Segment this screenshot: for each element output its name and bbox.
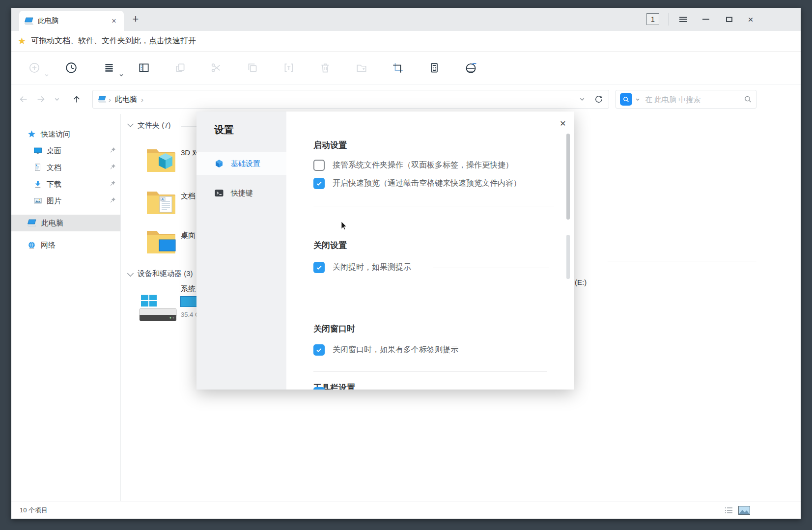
folder-item-3d-objects[interactable] <box>146 146 176 175</box>
file-label[interactable]: 文档 <box>181 192 196 201</box>
svg-text:A: A <box>161 197 164 201</box>
checkbox-row-multi-tab-prompt[interactable]: 关闭窗口时，如果有多个标签则提示 <box>313 344 458 356</box>
search-input[interactable] <box>644 95 744 104</box>
pin-icon[interactable] <box>110 163 116 172</box>
sidebar-item-network[interactable]: 网络 <box>11 238 120 252</box>
tab-this-pc[interactable]: 此电脑 × <box>19 11 124 31</box>
dialog-scrollbar-thumb[interactable] <box>566 134 570 220</box>
thumbnail-view-button[interactable] <box>738 506 750 517</box>
settings-menu-label: 快捷键 <box>231 189 253 198</box>
sidebar-item-label: 下载 <box>47 180 61 189</box>
breadcrumb-separator: › <box>141 95 143 104</box>
copy-button[interactable] <box>170 58 190 78</box>
checkbox-row-takeover[interactable]: 接管系统文件夹操作（双面板多标签，操作更快捷） <box>313 160 513 171</box>
this-pc-icon <box>27 219 37 227</box>
collapse-chevron-icon[interactable] <box>128 122 133 126</box>
pin-icon[interactable] <box>110 180 116 189</box>
screenshot-crop-button[interactable] <box>388 58 408 78</box>
checkbox-label: 接管系统文件夹操作（双面板多标签，操作更快捷） <box>333 160 513 170</box>
copy-icon <box>174 61 187 74</box>
maximize-button[interactable] <box>722 12 736 26</box>
pin-icon[interactable] <box>110 196 116 205</box>
tab-bar: 此电脑 × + 1 × <box>11 8 801 31</box>
checkbox-checked[interactable] <box>313 344 325 356</box>
checkbox-checked[interactable] <box>313 262 325 273</box>
new-tab-button[interactable]: + <box>129 13 142 26</box>
minimize-button[interactable] <box>699 12 713 26</box>
rename-icon <box>282 61 295 74</box>
sidebar-item-downloads[interactable]: 下载 <box>11 177 120 192</box>
file-label[interactable]: 桌面 <box>181 231 196 240</box>
sidebar-item-quick-access[interactable]: 快速访问 <box>11 127 120 141</box>
checkbox-checked[interactable] <box>313 178 325 189</box>
paste-button[interactable] <box>243 58 262 78</box>
dialog-close-button[interactable]: × <box>556 116 570 130</box>
browser-button[interactable] <box>461 58 480 78</box>
folder-item-desktop[interactable] <box>146 227 176 257</box>
checkbox-row-close-prompt[interactable]: 关闭提时，如果测提示 <box>313 262 411 273</box>
up-button[interactable] <box>70 92 84 106</box>
rename-button[interactable] <box>279 58 299 78</box>
breadcrumb[interactable]: 此电脑 <box>115 95 137 104</box>
calculator-button[interactable] <box>424 58 444 78</box>
menu-button[interactable] <box>676 12 691 26</box>
history-dropdown-button[interactable] <box>50 92 64 106</box>
section-divider <box>313 206 554 206</box>
address-dropdown-icon[interactable] <box>579 96 585 102</box>
cut-button[interactable] <box>206 58 226 78</box>
search-engine-badge[interactable] <box>620 93 632 106</box>
folder-item-documents[interactable]: A <box>146 188 176 218</box>
checkbox-unchecked[interactable] <box>313 160 325 171</box>
group-header-folders[interactable]: 文件夹 (7) <box>138 121 171 130</box>
dialog-scrollbar-thumb-2[interactable] <box>566 235 570 279</box>
search-dropdown-icon[interactable] <box>635 97 640 102</box>
arrow-right-icon <box>35 94 46 105</box>
tab-close-icon[interactable]: × <box>109 17 119 26</box>
collapse-chevron-icon[interactable] <box>128 271 133 276</box>
pin-icon[interactable] <box>110 146 116 155</box>
search-box[interactable] <box>616 90 756 109</box>
view-list-button[interactable] <box>99 58 119 78</box>
status-bar: 10 个项目 <box>11 501 801 519</box>
delete-button[interactable] <box>315 58 335 78</box>
recent-history-button[interactable] <box>61 58 81 78</box>
window-count-badge[interactable]: 1 <box>646 13 659 25</box>
sidebar-item-label: 此电脑 <box>41 219 63 228</box>
magnifier-icon[interactable] <box>744 95 752 104</box>
back-button[interactable] <box>17 92 30 106</box>
refresh-icon[interactable] <box>594 94 604 104</box>
sidebar-item-desktop[interactable]: 桌面 <box>11 143 120 158</box>
paste-icon <box>246 61 259 74</box>
dual-panel-button[interactable] <box>134 58 154 78</box>
quick-access-star-icon <box>27 130 36 139</box>
arrow-left-icon <box>18 94 29 105</box>
settings-menu-label: 基础设置 <box>231 159 260 168</box>
sidebar-item-pictures[interactable]: 图片 <box>11 194 120 208</box>
drive-item-system-c[interactable] <box>139 294 178 323</box>
list-icon <box>103 61 115 74</box>
new-item-button[interactable] <box>25 58 44 78</box>
sidebar-item-label: 文档 <box>47 163 61 172</box>
list-view-icon <box>725 506 733 514</box>
folder-documents-icon: A <box>146 188 176 216</box>
partial-drive-label[interactable]: (E:) <box>575 278 587 286</box>
checkbox-row-quick-preview[interactable]: 开启快速预览（通过敲击空格键来快速预览文件内容） <box>313 178 521 189</box>
settings-menu-hotkeys[interactable]: 快捷键 <box>196 182 286 204</box>
star-icon: ★ <box>18 35 26 47</box>
address-box[interactable]: › 此电脑 › <box>92 90 609 109</box>
settings-menu-basic[interactable]: 基础设置 <box>196 152 286 175</box>
quick-launch-text: 可拖动文档、软件、文件夹到此，点击快速打开 <box>31 36 196 46</box>
list-view-button[interactable] <box>725 506 733 516</box>
forward-button[interactable] <box>34 92 48 106</box>
sidebar-item-documents[interactable]: 文档 <box>11 160 120 175</box>
close-button[interactable]: × <box>743 12 758 26</box>
quick-launch-bar[interactable]: ★ 可拖动文档、软件、文件夹到此，点击快速打开 <box>11 31 801 52</box>
desktop-icon <box>33 146 42 155</box>
items-count: 10 个项目 <box>20 502 48 519</box>
group-header-drives[interactable]: 设备和驱动器 (3) <box>138 269 193 279</box>
partial-checkbox[interactable] <box>313 387 325 390</box>
folder-desktop-icon <box>146 227 176 255</box>
section-divider <box>313 371 547 372</box>
sidebar-item-this-pc[interactable]: 此电脑 <box>11 215 120 231</box>
new-folder-button[interactable] <box>352 58 371 78</box>
